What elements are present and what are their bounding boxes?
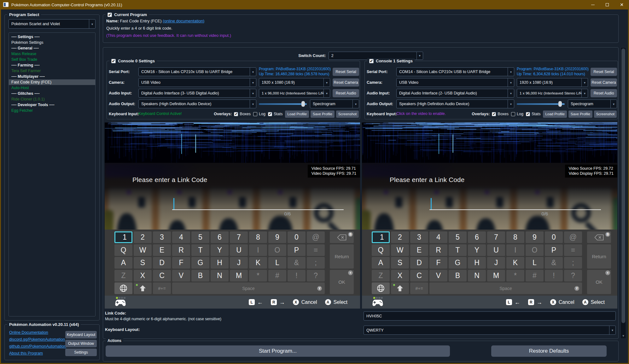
key-D[interactable]: D [153,257,171,269]
console-0-audio-display-select[interactable]: Spectrogram [310,100,359,108]
key-*[interactable]: * [506,270,524,282]
symbols-key[interactable]: #+= [153,282,171,294]
key-W[interactable]: W [134,244,152,256]
key-S[interactable]: S [134,257,152,269]
key-O[interactable]: O [268,244,286,256]
console-0-video-feed[interactable]: Video Source FPS: 29.71Video Display FPS… [105,163,360,309]
console-0-audio-format-select[interactable]: 1 x 96,000 Hz (Interleaved Stereo L/R) [259,89,330,98]
symbols-key[interactable]: #+= [410,282,428,294]
console-1-reset-serial-button[interactable]: Reset Serial [591,68,617,76]
key-9[interactable]: 9 [268,231,286,243]
maximize-button[interactable] [600,0,614,9]
key-T[interactable]: T [449,244,467,256]
sidebar-item[interactable]: Fast Code Entry (FCE) [9,79,95,85]
key-#[interactable]: # [526,270,544,282]
game-select[interactable]: Pokémon Scarlet and Violet [9,19,96,29]
console-1-log-checkbox[interactable] [511,112,515,116]
key-A[interactable]: A [114,257,132,269]
key-B[interactable]: B [191,270,209,282]
scroll-down-icon[interactable]: ▾ [621,334,626,338]
ok-key[interactable]: OK+ [330,270,354,294]
key-3[interactable]: 3 [153,231,171,243]
shift-key[interactable] [134,282,152,294]
sidebar-item[interactable]: ---- Multiplayer ---- [9,74,95,79]
keyboard-layout-button[interactable]: Keyboard Layout [65,331,97,338]
sidebar-item[interactable]: Tera Self Farmer [9,68,95,74]
online-documentation-link[interactable]: (online documentation) [163,19,204,23]
key-E[interactable]: E [410,244,428,256]
key-4[interactable]: 4 [429,231,447,243]
key-2[interactable]: 2 [391,231,409,243]
key-2[interactable]: 2 [134,231,152,243]
key-M[interactable]: M [230,270,248,282]
console-1-video-feed[interactable]: Video Source FPS: 29.72Video Display FPS… [362,163,617,309]
sidebar-item[interactable]: Mass Release [9,51,95,57]
key-@[interactable]: @ [564,231,582,243]
scrollbar-thumb[interactable] [621,48,625,323]
key-&[interactable]: & [545,257,563,269]
sidebar-item[interactable]: Pokémon Settings [9,40,95,45]
key-7[interactable]: 7 [487,231,505,243]
key-*[interactable]: * [249,270,267,282]
console-0-reset-serial-button[interactable]: Reset Serial [333,68,359,76]
key-C[interactable]: C [410,270,428,282]
key-J[interactable]: J [230,257,248,269]
console-1-save-profile-button[interactable]: Save Profile [568,111,592,118]
key-F[interactable]: F [172,257,190,269]
key-Q[interactable]: Q [114,244,132,256]
settings-button[interactable]: Settings [65,349,97,356]
key-0[interactable]: 0 [545,231,563,243]
console-0-reset-audio-button[interactable]: Reset Audio [333,89,359,97]
key-M[interactable]: M [487,270,505,282]
space-key[interactable]: SpaceY [172,282,325,294]
key-3[interactable]: 3 [410,231,428,243]
key-U[interactable]: U [230,244,248,256]
key-L[interactable]: L [268,257,286,269]
key-N[interactable]: N [468,270,486,282]
about-link[interactable]: About this Program [9,350,66,357]
key-?[interactable]: ? [564,270,582,282]
key-Y[interactable]: Y [468,244,486,256]
key-1[interactable]: 1 [372,231,390,243]
sidebar-item[interactable]: ---- Developer Tools ---- [9,102,95,108]
console-1-audio-input-select[interactable]: Digital Audio Interface (2- USB Digital … [396,89,514,98]
console-0-resolution-select[interactable]: 1920 x 1080 (16:9) [259,78,330,87]
key-Y[interactable]: Y [211,244,229,256]
key-E[interactable]: E [153,244,171,256]
return-key[interactable]: Return [587,244,611,269]
key-8[interactable]: 8 [249,231,267,243]
console-1-screenshot-button[interactable]: Screenshot [594,111,617,118]
console-0-audio-output-select[interactable]: Speakers (High Definition Audio Device) [138,100,256,108]
key-G[interactable]: G [449,257,467,269]
key-A[interactable]: A [372,257,390,269]
key-6[interactable]: 6 [211,231,229,243]
key-B[interactable]: B [449,270,467,282]
keyboard-layout-select[interactable]: QWERTY [364,326,616,335]
key-K[interactable]: K [249,257,267,269]
key-&[interactable]: & [288,257,306,269]
console-1-audio-format-select[interactable]: 1 x 96,000 Hz (Interleaved Stereo L/R) [517,89,588,98]
key-C[interactable]: C [153,270,171,282]
key-R[interactable]: R [172,244,190,256]
sidebar-item[interactable]: ---- General ---- [9,45,95,51]
key-5[interactable]: 5 [191,231,209,243]
key-P[interactable]: P [545,244,563,256]
ok-key[interactable]: OK+ [587,270,611,294]
console-0-stats-checkbox[interactable] [268,112,272,116]
restore-defaults-button[interactable]: Restore Defaults [491,345,607,357]
key-8[interactable]: 8 [506,231,524,243]
globe-key[interactable] [114,282,132,294]
sidebar-item[interactable]: Ride Cloner (1.0.1) [9,96,95,102]
about-link[interactable]: discord.gg/PokemonAutomation [9,336,66,343]
key-W[interactable]: W [391,244,409,256]
console-1-resolution-select[interactable]: 1920 x 1080 (16:9) [517,78,588,87]
start-program-button[interactable]: Start Program... [106,345,450,357]
key-Q[interactable]: Q [372,244,390,256]
space-key[interactable]: SpaceY [429,282,582,294]
slider-thumb[interactable] [558,101,562,107]
close-button[interactable]: ✕ [614,0,629,9]
key-![interactable]: ! [545,270,563,282]
console-0-boxes-checkbox[interactable] [234,112,238,116]
key-U[interactable]: U [487,244,505,256]
console-0-serial-select[interactable]: COM16 - Silicon Labs CP210x USB to UART … [138,67,256,76]
